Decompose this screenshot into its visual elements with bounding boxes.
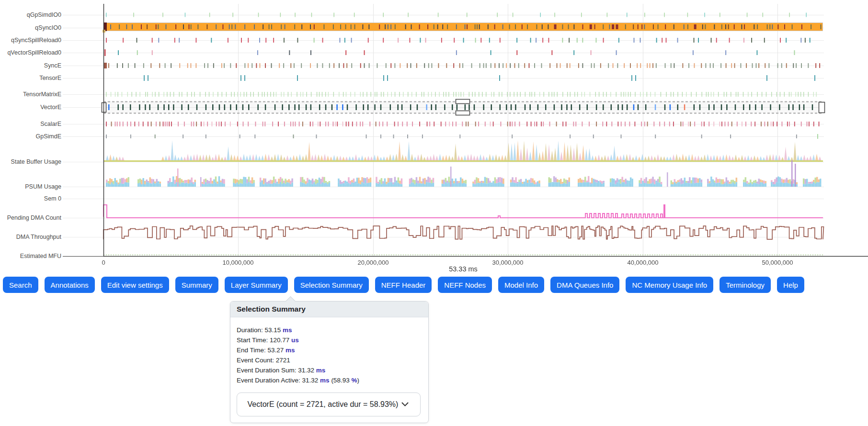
toolbar-button-summary[interactable]: Summary	[175, 277, 218, 293]
toolbar-button-annotations[interactable]: Annotations	[45, 277, 95, 293]
stat-event-duration-sum: Event Duration Sum: 31.32 ms	[237, 365, 421, 375]
stat-start-time: Start Time: 120.77 us	[237, 335, 421, 345]
x-axis-tick: 50,000,000	[762, 259, 793, 266]
toolbar-button-selection-summary[interactable]: Selection Summary	[294, 277, 369, 293]
popup-stats: Duration: 53.15 ms Start Time: 120.77 us…	[230, 317, 428, 385]
toolbar-button-terminology[interactable]: Terminology	[720, 277, 771, 293]
toolbar: SearchAnnotationsEdit view settingsSumma…	[3, 277, 804, 293]
x-axis-tick: 20,000,000	[357, 259, 388, 266]
toolbar-button-nc-memory-usage-info[interactable]: NC Memory Usage Info	[626, 277, 713, 293]
stat-event-count: Event Count: 2721	[237, 355, 421, 365]
timeline-canvas[interactable]	[0, 0, 868, 275]
toolbar-button-neff-nodes[interactable]: NEFF Nodes	[438, 277, 492, 293]
x-axis-tick: 40,000,000	[627, 259, 658, 266]
toolbar-button-edit-view-settings[interactable]: Edit view settings	[101, 277, 169, 293]
stat-end-time: End Time: 53.27 ms	[237, 345, 421, 355]
stat-event-duration-active: Event Duration Active: 31.32 ms (58.93 %…	[237, 375, 421, 385]
stat-duration: Duration: 53.15 ms	[237, 325, 421, 335]
total-duration-label: 53.33 ms	[449, 265, 478, 273]
x-axis-tick: 30,000,000	[492, 259, 523, 266]
profiler-app: qGpSimdIO0qSyncIO0qSyncSpillReload0qVect…	[0, 0, 868, 426]
toolbar-button-model-info[interactable]: Model Info	[498, 277, 544, 293]
selection-summary-popup: Selection Summary Duration: 53.15 ms Sta…	[230, 301, 429, 423]
toolbar-button-help[interactable]: Help	[777, 277, 804, 293]
x-axis-tick: 10,000,000	[222, 259, 253, 266]
toolbar-button-search[interactable]: Search	[3, 277, 38, 293]
x-axis-tick: 0	[102, 259, 105, 266]
toolbar-button-layer-summary[interactable]: Layer Summary	[225, 277, 288, 293]
engine-select-dropdown[interactable]: VectorE (count = 2721, active dur = 58.9…	[237, 392, 421, 416]
toolbar-button-dma-queues-info[interactable]: DMA Queues Info	[550, 277, 619, 293]
popup-title: Selection Summary	[230, 302, 428, 317]
toolbar-button-neff-header[interactable]: NEFF Header	[375, 277, 432, 293]
chevron-down-icon	[400, 399, 410, 411]
